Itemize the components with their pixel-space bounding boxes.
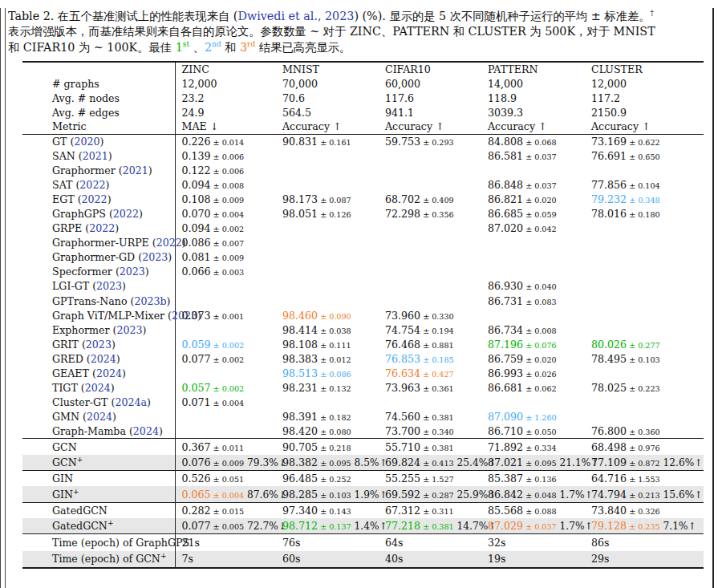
caption-text: 和 CIFAR10 为 ~ 100K。最佳 [8, 41, 176, 54]
metric-value: 86.930 [488, 280, 523, 292]
std-dev: ± 0.427 [420, 370, 454, 379]
std-dev: ± 0.004 [211, 399, 245, 408]
citation-year-link[interactable]: 2024 [85, 382, 111, 394]
std-dev: ± 0.062 [523, 384, 557, 393]
std-dev: ± 0.218 [318, 444, 351, 452]
row-label: GMN (2024) [22, 410, 175, 424]
time-value: 21s [175, 534, 276, 551]
improvement-pct: 79.3%↓ [244, 457, 286, 468]
citation-year-link[interactable]: 2024 [96, 367, 122, 379]
metric-value: 98.285 [282, 489, 318, 501]
improvement-pct: 1.7%↑ [557, 521, 593, 532]
caption-line-3: 和 CIFAR10 为 ~ 100K。最佳 1st 、2nd 和 3rd 结果已… [8, 40, 712, 55]
std-dev: ± 0.080 [318, 428, 351, 436]
metric-value: 0.073 [182, 310, 211, 322]
std-dev: ± 0.087 [318, 196, 351, 205]
model-name: TIGT [52, 382, 78, 394]
std-dev: ± 0.111 [318, 341, 351, 350]
citation-year-link[interactable]: 2022 [89, 222, 115, 234]
std-dev: ± 0.002 [211, 341, 245, 350]
citation-year-link[interactable]: 2024 [133, 425, 159, 437]
citation-year-link[interactable]: 2020 [74, 136, 99, 148]
citation-year-link[interactable]: 2023 [142, 251, 168, 263]
std-dev: ± 0.083 [523, 298, 557, 306]
stats-value: Accuracy ↑ [276, 120, 379, 134]
std-dev: ± 0.213 [627, 491, 660, 500]
table-row: GRPE (2022)0.094 ± 0.00287.020 ± 0.042 [22, 221, 704, 236]
citation-year-link[interactable]: 2021 [123, 164, 148, 176]
std-dev: ± 0.381 [420, 413, 454, 422]
result-cell: 87.020 ± 0.042 [481, 221, 585, 236]
metric-value: 74.560 [385, 411, 420, 423]
result-cell [379, 395, 481, 410]
caption-text: ) (%). 显示的是 5 次不同随机种子运行的平均 ± 标准差。 [354, 10, 650, 22]
result-cell [585, 250, 704, 265]
result-cell: 79.232 ± 0.348 [585, 192, 704, 206]
row-label: GT (2020) [22, 134, 175, 148]
result-cell: 73.960 ± 0.330 [379, 308, 481, 322]
std-dev: ± 0.076 [523, 341, 557, 350]
table-row: GatedGCN+0.077 ± 0.005 72.7%↓98.712 ± 0.… [22, 518, 704, 534]
table-header: ZINCMNISTCIFAR10PATTERNCLUSTER# graphs12… [22, 62, 704, 134]
citation-year-link[interactable]: 2022 [156, 237, 182, 249]
row-label: GEAET (2024) [22, 367, 175, 381]
model-name: Exphormer [52, 324, 110, 336]
metric-value: 76.691 [591, 150, 627, 162]
result-cell [481, 236, 585, 250]
citation-year-link[interactable]: 2022 [82, 193, 107, 205]
result-cell: 73.169 ± 0.622 [585, 134, 704, 148]
metric-value: 98.420 [282, 425, 318, 437]
result-cell: 0.367 ± 0.011 [175, 439, 276, 455]
improvement-pct: 8.5%↑ [351, 457, 387, 468]
metric-value: 86.681 [488, 382, 523, 394]
improvement-pct: 1.7%↑ [557, 489, 593, 501]
citation-year-link[interactable]: 2023b [134, 295, 166, 307]
metric-value: 0.094 [182, 179, 211, 191]
citation-year-link[interactable]: 2021 [83, 150, 108, 162]
citation-link[interactable]: Dwivedi et al., 2023 [237, 10, 354, 22]
std-dev: ± 1.260 [523, 413, 557, 422]
citation-year-link[interactable]: 2023 [120, 266, 145, 278]
citation-year-link[interactable]: 2022 [79, 179, 105, 191]
result-cell: 98.051 ± 0.126 [276, 206, 379, 221]
table-row: SAT (2022)0.094 ± 0.00886.848 ± 0.03777.… [22, 177, 704, 192]
result-cell: 86.681 ± 0.062 [481, 381, 585, 395]
citation-year-link[interactable]: 2024 [91, 353, 116, 365]
citation-year-link[interactable]: 2023 [116, 324, 142, 336]
row-label: Graph-Mamba (2024) [22, 424, 175, 439]
row-label: GraphGPS (2022) [22, 206, 175, 221]
result-cell: 77.109 ± 0.872 12.6%↑ [585, 455, 704, 471]
std-dev: ± 0.126 [318, 210, 351, 219]
result-cell: 78.025 ± 0.223 [585, 381, 704, 395]
metric-value: 86.993 [488, 367, 523, 379]
table-caption: Table 2. 在五个基准测试上的性能表现来自 (Dwivedi et al.… [8, 9, 712, 55]
result-cell: 98.460 ± 0.090 [276, 308, 379, 322]
result-cell: 67.312 ± 0.311 [379, 502, 481, 518]
model-name: GRIT [52, 339, 79, 351]
table-row: Graphormer-GD (2023)0.081 ± 0.009 [22, 250, 704, 265]
stats-value: Accuracy ↑ [481, 120, 585, 134]
citation-year-link[interactable]: 2023 [96, 280, 122, 292]
column-header-pattern: PATTERN [481, 62, 585, 76]
metric-value: 85.387 [488, 472, 523, 485]
metric-value: 73.963 [385, 382, 420, 394]
metric-value: 0.077 [182, 353, 211, 365]
stats-value: 941.1 [379, 105, 481, 120]
rank-1st-label: 1st [176, 41, 189, 54]
std-dev: ± 0.136 [523, 475, 557, 484]
citation-year-link[interactable]: 2024a [115, 396, 147, 408]
std-dev: ± 0.008 [523, 326, 557, 335]
std-dev: ± 0.361 [420, 384, 454, 393]
citation-year-link[interactable]: 2022 [113, 208, 139, 220]
improvement-pct: 87.6%↓ [244, 489, 286, 501]
table-row: Specformer (2023)0.066 ± 0.003 [22, 265, 704, 279]
std-dev: ± 0.014 [211, 138, 245, 147]
std-dev: ± 0.235 [627, 522, 660, 531]
citation-year-link[interactable]: 2024 [87, 411, 112, 423]
column-header-row: ZINCMNISTCIFAR10PATTERNCLUSTER [22, 62, 704, 76]
stats-value: 24.9 [175, 105, 276, 120]
result-cell [276, 148, 379, 163]
citation-year-link[interactable]: 2023 [86, 339, 112, 351]
model-name: EGT [52, 193, 75, 205]
result-cell: 73.700 ± 0.340 [379, 424, 481, 439]
